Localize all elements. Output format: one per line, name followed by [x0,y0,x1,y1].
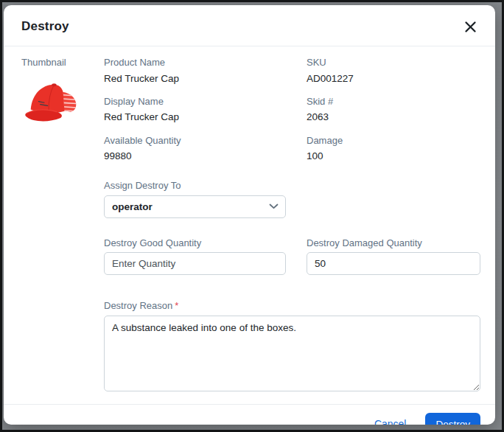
thumbnail-label: Thumbnail [21,56,104,69]
thumbnail-section: Thumbnail [21,56,104,127]
destroy-damaged-quantity-input[interactable] [307,252,480,275]
available-quantity-value: 99880 [104,150,307,163]
sku-label: SKU [307,56,480,69]
modal-backdrop: Destroy Thumbnail [2,2,502,430]
assign-destroy-to-select[interactable]: operator [104,195,286,218]
destroy-reason-field: Destroy Reason* A substance leaked into … [104,299,480,394]
modal-body: Thumbnail [4,46,495,404]
product-name-value: Red Trucker Cap [104,72,307,86]
skid-value: 2063 [307,111,480,124]
available-quantity-field: Available Quantity 99880 [104,134,307,164]
damage-label: Damage [307,134,480,147]
product-name-label: Product Name [104,56,307,69]
assign-destroy-to-label: Assign Destroy To [104,179,307,192]
destroy-reason-label: Destroy Reason* [104,299,480,313]
skid-label: Skid # [307,95,480,108]
modal-header: Destroy [4,5,495,46]
modal-footer: Cancel Destroy [4,404,495,425]
destroy-reason-textarea[interactable]: A substance leaked into one of the boxes… [104,316,480,391]
destroy-good-quantity-field: Destroy Good Quantity [104,237,307,276]
cancel-button[interactable]: Cancel [374,418,407,425]
product-thumbnail-image [23,80,85,127]
display-name-field: Display Name Red Trucker Cap [104,95,307,125]
skid-field: Skid # 2063 [307,95,480,125]
screenshot-frame: Destroy Thumbnail [0,0,504,432]
available-quantity-label: Available Quantity [104,134,307,147]
modal-title: Destroy [21,19,69,34]
sku-value: AD001227 [307,72,480,86]
destroy-good-quantity-label: Destroy Good Quantity [104,237,307,250]
destroy-damaged-quantity-field: Destroy Damaged Quantity [307,237,480,276]
destroy-damaged-quantity-label: Destroy Damaged Quantity [307,237,480,250]
display-name-value: Red Trucker Cap [104,111,307,124]
destroy-good-quantity-input[interactable] [104,252,286,275]
required-marker: * [175,300,178,311]
destroy-modal: Destroy Thumbnail [4,5,495,425]
close-icon [464,21,477,33]
product-name-field: Product Name Red Trucker Cap [104,56,307,86]
assign-destroy-to-field: Assign Destroy To operator [104,179,307,218]
sku-field: SKU AD001227 [307,56,480,86]
display-name-label: Display Name [104,95,307,108]
close-button[interactable] [461,18,479,35]
destroy-reason-label-text: Destroy Reason [104,300,172,311]
damage-field: Damage 100 [307,134,480,164]
destroy-button[interactable]: Destroy [425,413,480,425]
red-trucker-cap-image [23,80,85,127]
damage-value: 100 [307,150,480,163]
